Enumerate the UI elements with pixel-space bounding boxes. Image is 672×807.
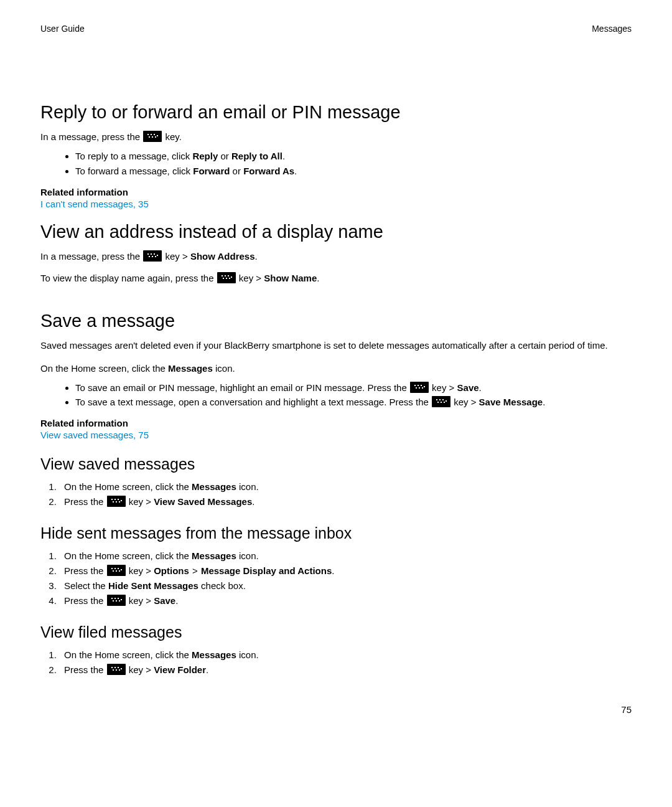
list-item: Press the key > View Saved Messages.: [59, 494, 632, 509]
list-item: Press the key > Options > Message Displa…: [59, 564, 632, 578]
related-link-cant-send[interactable]: I can't send messages, 35: [40, 199, 632, 209]
list-item: To reply to a message, click Reply or Re…: [75, 149, 632, 163]
list-item: To forward a message, click Forward or F…: [75, 164, 632, 178]
blackberry-key-icon: [410, 382, 429, 393]
blackberry-key-icon: [143, 131, 162, 142]
heading-view-saved: View saved messages: [40, 455, 632, 473]
blackberry-key-icon: [217, 272, 236, 283]
step-list: On the Home screen, click the Messages i…: [40, 479, 632, 509]
blackberry-key-icon: [107, 565, 126, 576]
paragraph: Saved messages aren't deleted even if yo…: [40, 339, 632, 352]
related-link-view-saved[interactable]: View saved messages, 75: [40, 430, 632, 440]
instruction: In a message, press the key > Show Addre…: [40, 250, 632, 263]
blackberry-key-icon: [107, 664, 126, 675]
heading-hide-sent: Hide sent messages from the message inbo…: [40, 524, 632, 542]
blackberry-key-icon: [432, 396, 450, 407]
step-list: On the Home screen, click the Messages i…: [40, 648, 632, 677]
header-right: Messages: [592, 24, 632, 34]
list-item: On the Home screen, click the Messages i…: [59, 479, 632, 494]
related-heading: Related information: [40, 187, 632, 197]
page-header: User Guide Messages: [40, 24, 632, 34]
blackberry-key-icon: [107, 496, 126, 507]
list-item: Select the Hide Sent Messages check box.: [59, 578, 632, 593]
heading-view-address: View an address instead of a display nam…: [40, 222, 632, 242]
bullet-list: To save an email or PIN message, highlig…: [40, 381, 632, 410]
list-item: To save an email or PIN message, highlig…: [75, 381, 632, 395]
page-number: 75: [621, 704, 632, 715]
instruction: To view the display name again, press th…: [40, 271, 632, 285]
blackberry-key-icon: [143, 250, 162, 262]
related-heading: Related information: [40, 418, 632, 428]
instruction: On the Home screen, click the Messages i…: [40, 362, 632, 375]
list-item: On the Home screen, click the Messages i…: [59, 549, 632, 563]
heading-reply-forward: Reply to or forward an email or PIN mess…: [40, 102, 632, 123]
list-item: Press the key > Save.: [59, 593, 632, 608]
blackberry-key-icon: [107, 595, 126, 606]
list-item: Press the key > View Folder.: [59, 663, 632, 677]
bullet-list: To reply to a message, click Reply or Re…: [40, 149, 632, 178]
heading-save-message: Save a message: [40, 311, 632, 331]
header-left: User Guide: [40, 24, 85, 34]
instruction: In a message, press the key.: [40, 130, 632, 143]
list-item: To save a text message, open a conversat…: [75, 395, 632, 409]
heading-view-filed: View filed messages: [40, 623, 632, 641]
list-item: On the Home screen, click the Messages i…: [59, 648, 632, 662]
step-list: On the Home screen, click the Messages i…: [40, 549, 632, 608]
